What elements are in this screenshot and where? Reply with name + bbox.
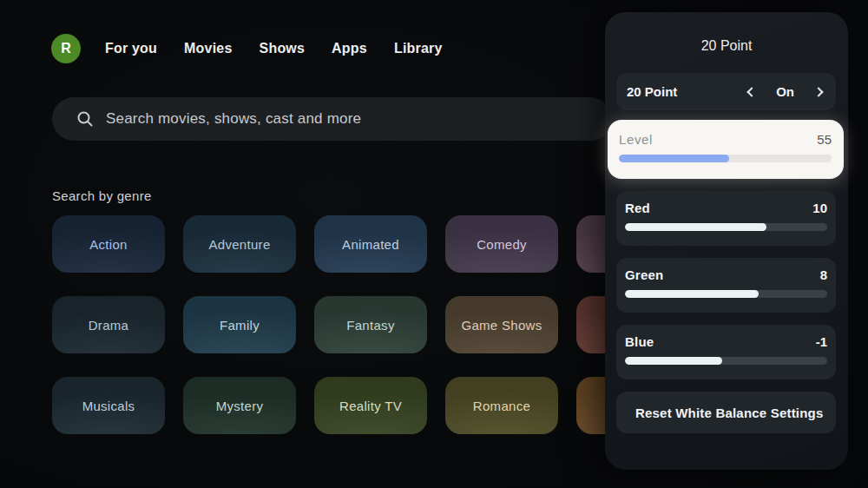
- reset-white-balance-button[interactable]: Reset White Balance Settings: [616, 392, 836, 433]
- slider-label: Blue: [625, 334, 654, 349]
- genre-section-title: Search by genre: [52, 188, 152, 203]
- reset-label: Reset White Balance Settings: [635, 406, 824, 420]
- selector-label: 20 Point: [627, 84, 677, 99]
- tv-home-screen: R For youMoviesShowsAppsLibrary Search m…: [0, 0, 868, 488]
- avatar-letter: R: [61, 41, 71, 56]
- genre-tile-label: Romance: [473, 399, 530, 413]
- slider-header-row: Green8: [625, 267, 827, 282]
- slider-header-row: Blue-1: [625, 334, 827, 349]
- profile-avatar[interactable]: R: [51, 34, 81, 63]
- chevron-left-icon[interactable]: [746, 87, 756, 96]
- slider-track[interactable]: [625, 223, 827, 231]
- genre-tile-drama[interactable]: Drama: [52, 296, 165, 353]
- slider-track[interactable]: [625, 290, 827, 298]
- slider-card-red[interactable]: Red10: [616, 191, 836, 246]
- nav-item-for-you[interactable]: For you: [105, 41, 157, 56]
- genre-tile-fantasy[interactable]: Fantasy: [314, 296, 427, 353]
- slider-label: Level: [619, 132, 653, 147]
- genre-tile-label: Mystery: [216, 399, 264, 413]
- slider-track[interactable]: [625, 357, 827, 365]
- nav-menu: For youMoviesShowsAppsLibrary: [105, 41, 443, 56]
- point-selector-row[interactable]: 20 Point On: [616, 73, 836, 110]
- slider-track[interactable]: [619, 155, 832, 162]
- search-icon: [76, 110, 94, 128]
- genre-tile-action[interactable]: Action: [52, 215, 165, 273]
- genre-tile-reality-tv[interactable]: Reality TV: [314, 377, 427, 434]
- slider-value: -1: [816, 334, 827, 349]
- genre-tile-family[interactable]: Family: [183, 296, 296, 353]
- genre-tile-comedy[interactable]: Comedy: [445, 215, 558, 273]
- genre-tile-label: Action: [89, 237, 128, 252]
- genre-tile-mystery[interactable]: Mystery: [183, 377, 296, 434]
- slider-card-blue[interactable]: Blue-1: [616, 325, 836, 379]
- genre-tile-label: Adventure: [208, 237, 270, 252]
- search-input[interactable]: Search movies, shows, cast and more: [52, 97, 612, 141]
- nav-item-library[interactable]: Library: [394, 41, 443, 56]
- white-balance-panel: 20 Point 20 Point On Level55Red10Green8B…: [605, 12, 848, 470]
- nav-item-shows[interactable]: Shows: [260, 41, 306, 56]
- slider-fill: [619, 155, 729, 162]
- slider-fill: [625, 357, 722, 365]
- genre-tile-label: Comedy: [477, 237, 527, 252]
- nav-item-apps[interactable]: Apps: [332, 41, 367, 56]
- genre-tile-label: Game Shows: [461, 318, 542, 333]
- slider-card-level[interactable]: Level55: [608, 120, 844, 179]
- panel-title: 20 Point: [605, 12, 848, 55]
- genre-tile-label: Musicals: [82, 399, 135, 413]
- genre-tile-label: Animated: [342, 237, 399, 252]
- slider-header-row: Level55: [619, 132, 832, 147]
- genre-tile-label: Fantasy: [346, 318, 394, 333]
- chevron-right-icon[interactable]: [813, 87, 823, 96]
- slider-value: 55: [817, 132, 832, 147]
- selector-controls: On: [748, 84, 822, 99]
- genre-tile-adventure[interactable]: Adventure: [183, 215, 296, 273]
- slider-fill: [625, 290, 759, 298]
- slider-label: Red: [625, 201, 650, 215]
- genre-tile-animated[interactable]: Animated: [314, 215, 427, 273]
- genre-tile-label: Family: [220, 318, 260, 333]
- nav-item-movies[interactable]: Movies: [184, 41, 232, 56]
- slider-fill: [625, 223, 766, 231]
- genre-tile-romance[interactable]: Romance: [445, 377, 558, 434]
- slider-value: 10: [812, 201, 827, 215]
- genre-tile-musicals[interactable]: Musicals: [52, 377, 165, 434]
- search-placeholder: Search movies, shows, cast and more: [106, 110, 361, 128]
- selector-value: On: [776, 84, 794, 99]
- slider-label: Green: [625, 267, 663, 282]
- genre-grid: ActionAdventureAnimatedComedyDramaFamily…: [52, 215, 689, 434]
- slider-header-row: Red10: [625, 201, 827, 215]
- slider-card-green[interactable]: Green8: [616, 258, 836, 313]
- genre-tile-label: Reality TV: [339, 399, 402, 413]
- slider-list: Level55Red10Green8Blue-1: [605, 120, 848, 379]
- genre-tile-label: Drama: [89, 318, 129, 333]
- slider-value: 8: [820, 267, 827, 282]
- top-navigation: R For youMoviesShowsAppsLibrary: [51, 34, 443, 63]
- genre-tile-game-shows[interactable]: Game Shows: [445, 296, 558, 353]
